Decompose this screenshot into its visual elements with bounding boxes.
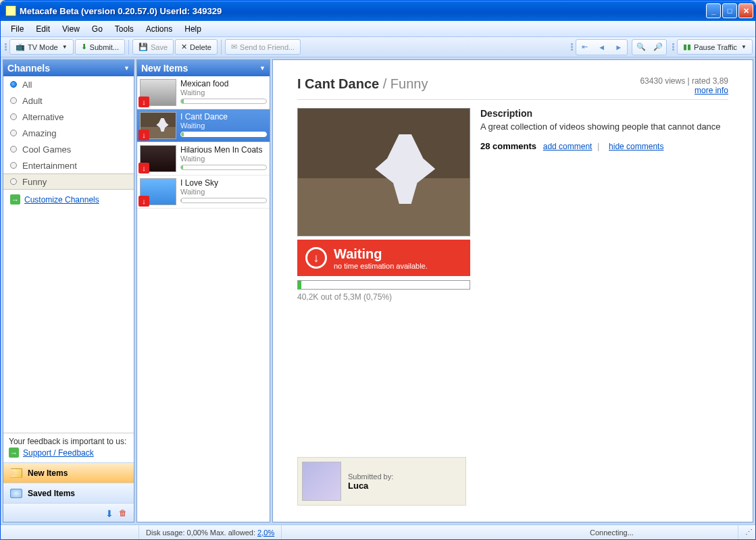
- disk-icon: [10, 489, 22, 498]
- status-subtext: no time estimation available.: [334, 262, 428, 270]
- item-title: I Cant Dance: [180, 112, 267, 122]
- pause-icon: ▮▮: [683, 43, 691, 51]
- saved-items-category[interactable]: Saved Items: [3, 483, 134, 503]
- radio-icon: [10, 162, 17, 169]
- tv-icon: 📺: [16, 43, 25, 51]
- item-progress: [180, 132, 267, 137]
- nav-prev-button[interactable]: ◄: [593, 40, 610, 55]
- channel-all[interactable]: All: [3, 76, 134, 92]
- list-item[interactable]: ↓ I Cant Dance Waiting: [137, 109, 270, 142]
- item-title: Hilarious Men In Coats: [180, 145, 267, 155]
- menu-file[interactable]: File: [5, 22, 30, 36]
- radio-icon: [10, 113, 17, 120]
- mail-icon: ✉: [231, 43, 237, 51]
- feedback-link[interactable]: →Support / Feedback: [9, 446, 128, 459]
- minimize-button[interactable]: _: [706, 3, 721, 18]
- download-icon: ⬇: [81, 43, 87, 51]
- item-progress: [180, 165, 267, 170]
- download-badge-icon: ↓: [138, 196, 149, 207]
- new-items-category[interactable]: New Items: [3, 462, 134, 483]
- send-friend-button[interactable]: ✉Send to Friend...: [225, 39, 301, 55]
- arrow-right-icon: →: [9, 448, 19, 458]
- nav-next-button[interactable]: ►: [610, 40, 627, 55]
- description-heading: Description: [480, 108, 728, 119]
- video-preview[interactable]: [297, 108, 470, 236]
- item-status: Waiting: [180, 88, 267, 97]
- item-status: Waiting: [180, 122, 267, 130]
- customize-channels[interactable]: →Customize Channels: [3, 190, 134, 209]
- channels-header[interactable]: Channels ▼: [3, 60, 134, 76]
- add-comment-link[interactable]: add comment: [543, 142, 593, 151]
- maximize-button[interactable]: □: [722, 3, 737, 18]
- delete-button[interactable]: ✕Delete: [175, 39, 218, 55]
- menu-view[interactable]: View: [56, 22, 86, 36]
- grip-icon: [5, 43, 7, 51]
- channels-pane: Channels ▼ All Adult Alternative Amazing…: [3, 59, 134, 522]
- toolbar: 📺TV Mode▼ ⬇Submit... 💾Save ✕Delete ✉Send…: [1, 37, 755, 57]
- download-icon[interactable]: ⬇: [105, 508, 115, 518]
- download-badge-icon: ↓: [138, 97, 149, 107]
- channel-amazing[interactable]: Amazing: [3, 125, 134, 141]
- menu-help[interactable]: Help: [178, 22, 207, 36]
- save-button[interactable]: 💾Save: [132, 39, 174, 55]
- menubar: File Edit View Go Tools Actions Help: [1, 21, 755, 37]
- item-status: Waiting: [180, 188, 267, 196]
- menu-tools[interactable]: Tools: [109, 22, 140, 36]
- detail-title: I Cant Dance / Funny: [297, 76, 428, 92]
- description-text: A great collection of videos showing peo…: [480, 122, 728, 132]
- app-icon: [5, 5, 16, 16]
- hide-comments-link[interactable]: hide comments: [609, 142, 663, 151]
- resize-grip-icon[interactable]: ⋰: [738, 525, 755, 539]
- nav-first-button[interactable]: ⇤: [576, 40, 593, 55]
- envelope-icon: [10, 468, 22, 478]
- list-item[interactable]: ↓ I Love Sky Waiting: [137, 176, 270, 209]
- list-item[interactable]: ↓ Hilarious Men In Coats Waiting: [137, 142, 270, 176]
- item-status: Waiting: [180, 155, 267, 163]
- channel-funny[interactable]: Funny: [3, 173, 134, 190]
- submit-button[interactable]: ⬇Submit...: [75, 39, 125, 55]
- channel-entertainment[interactable]: Entertainment: [3, 157, 134, 173]
- channel-cool-games[interactable]: Cool Games: [3, 141, 134, 157]
- trash-icon[interactable]: 🗑: [119, 508, 128, 518]
- menu-go[interactable]: Go: [86, 22, 109, 36]
- item-title: I Love Sky: [180, 178, 267, 188]
- disk-usage: Disk usage: 0,00% Max. allowed: 2,0%: [139, 525, 282, 539]
- zoom-out-button[interactable]: 🔎: [649, 40, 666, 55]
- pause-traffic-button[interactable]: ▮▮Pause Traffic▼: [677, 39, 753, 55]
- arrow-right-icon: →: [10, 194, 20, 205]
- submitted-by-label: Submitted by:: [348, 473, 393, 481]
- more-info-link[interactable]: more info: [695, 86, 728, 95]
- submitter-name: Luca: [348, 481, 393, 491]
- download-badge-icon: ↓: [138, 130, 149, 140]
- channel-alternative[interactable]: Alternative: [3, 109, 134, 125]
- close-button[interactable]: ✕: [738, 3, 753, 18]
- channel-adult[interactable]: Adult: [3, 92, 134, 109]
- chevron-down-icon: ▼: [259, 65, 266, 72]
- channels-title: Channels: [7, 63, 50, 74]
- radio-icon: [10, 178, 17, 185]
- menu-edit[interactable]: Edit: [30, 22, 56, 36]
- item-title: Mexican food: [180, 79, 267, 88]
- disk-icon: 💾: [138, 43, 148, 51]
- disk-max-link[interactable]: 2,0%: [257, 529, 274, 537]
- list-item[interactable]: ↓ Mexican food Waiting: [137, 76, 270, 109]
- download-status: ↓ Waiting no time estimation available.: [297, 240, 470, 276]
- window-title: Metacafe Beta (version 0.20.57.0) UserId…: [20, 6, 706, 16]
- radio-on-icon: [10, 81, 17, 88]
- menu-actions[interactable]: Actions: [140, 22, 178, 36]
- new-items-pane: New Items ▼ ↓ Mexican food Waiting ↓: [136, 59, 270, 522]
- new-items-header[interactable]: New Items ▼: [137, 60, 270, 76]
- download-progress-text: 40,2K out of 5,3M (0,75%): [297, 292, 470, 302]
- status-heading: Waiting: [334, 246, 428, 262]
- radio-icon: [10, 97, 17, 104]
- connection-status: Connecting...: [583, 525, 738, 539]
- statusbar: Disk usage: 0,00% Max. allowed: 2,0% Con…: [1, 524, 755, 539]
- new-items-title: New Items: [141, 63, 188, 74]
- download-badge-icon: ↓: [138, 163, 149, 173]
- feedback-prompt: Your feedback is important to us:: [9, 437, 128, 446]
- avatar: [302, 462, 341, 501]
- titlebar: Metacafe Beta (version 0.20.57.0) UserId…: [1, 1, 755, 21]
- tv-mode-button[interactable]: 📺TV Mode▼: [9, 39, 74, 55]
- zoom-in-button[interactable]: 🔍: [632, 40, 649, 55]
- item-list: ↓ Mexican food Waiting ↓ I Cant Dance Wa…: [137, 76, 270, 209]
